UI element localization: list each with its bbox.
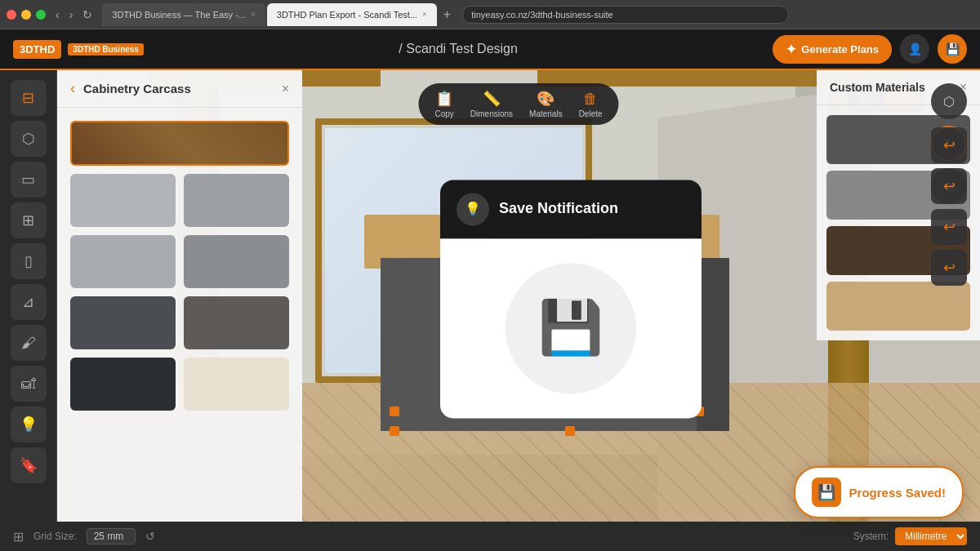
sidebar-icon-window[interactable]: ⊞ bbox=[11, 202, 47, 238]
undo-btn-2[interactable]: ↩ bbox=[931, 168, 967, 204]
delete-label: Delete bbox=[579, 109, 603, 118]
sidebar-icon-paint[interactable]: 🖌 bbox=[11, 325, 47, 361]
url-text: tinyeasy.co.nz/3dthd-business-suite bbox=[471, 10, 612, 20]
sidebar-icon-layers[interactable]: ⊟ bbox=[11, 80, 47, 116]
swatch-gray1[interactable] bbox=[70, 174, 176, 227]
sidebar-icon-sofa[interactable]: 🛋 bbox=[11, 366, 47, 402]
new-tab-btn[interactable]: + bbox=[439, 7, 456, 22]
delete-icon: 🗑 bbox=[583, 91, 598, 108]
cm-swatch-tan[interactable] bbox=[826, 282, 970, 331]
save-notif-title: Save Notification bbox=[499, 200, 618, 217]
progress-saved-toast: 💾 Progress Saved! bbox=[794, 466, 964, 518]
header-right: ✦ Generate Plans 👤 💾 bbox=[773, 34, 967, 64]
toolbar-delete[interactable]: 🗑 Delete bbox=[579, 91, 603, 118]
grid-size-label: Grid Size: bbox=[33, 531, 77, 542]
swatch-gray2[interactable] bbox=[184, 174, 289, 227]
copy-label: Copy bbox=[434, 109, 453, 118]
bottom-bar: ⊞ Grid Size: ↺ System: Millimetre bbox=[0, 522, 980, 551]
business-badge: 3DTHD Business bbox=[68, 43, 144, 56]
back-btn[interactable]: ‹ bbox=[52, 7, 63, 23]
corner-marker-2 bbox=[565, 426, 575, 436]
toolbar-copy[interactable]: 📋 Copy bbox=[434, 90, 453, 118]
undo-controls: ↩ ↩ ↩ ↩ bbox=[931, 127, 967, 286]
tab-1-label: 3DTHD Business — The Easy -... bbox=[112, 10, 246, 20]
browser-chrome: ‹ › ↻ 3DTHD Business — The Easy -... × 3… bbox=[0, 0, 980, 29]
materials-icon: 🎨 bbox=[537, 90, 555, 108]
toolbar-materials[interactable]: 🎨 Materials bbox=[529, 90, 563, 118]
system-select[interactable]: Millimetre bbox=[895, 527, 967, 545]
swatch-black1[interactable] bbox=[70, 358, 176, 411]
tab-2-close[interactable]: × bbox=[422, 10, 427, 19]
toolbar-dimensions[interactable]: 📏 Dimensions bbox=[470, 90, 513, 118]
perspective-icon: ⬡ bbox=[943, 94, 955, 109]
corner-marker-1 bbox=[390, 407, 399, 416]
logo-area: 3DTHD 3DTHD Business bbox=[13, 40, 144, 59]
progress-saved-text: Progress Saved! bbox=[849, 486, 946, 500]
save-notification: 💡 Save Notification 💾 bbox=[440, 180, 702, 418]
window-controls bbox=[7, 10, 46, 20]
dimensions-label: Dimensions bbox=[470, 109, 513, 118]
swatch-dark1[interactable] bbox=[70, 296, 176, 349]
save-notification-header: 💡 Save Notification bbox=[440, 180, 702, 238]
grid-size-input[interactable] bbox=[87, 528, 136, 544]
sidebar-icon-light[interactable]: 💡 bbox=[11, 407, 47, 442]
sidebar-icon-door[interactable]: ▭ bbox=[11, 162, 47, 198]
tab-1[interactable]: 3DTHD Business — The Easy -... × bbox=[102, 3, 265, 26]
tab-bar: 3DTHD Business — The Easy -... × 3DTHD P… bbox=[102, 3, 456, 26]
swatch-wood[interactable] bbox=[70, 121, 289, 166]
logo-3dthd: 3DTHD bbox=[13, 40, 61, 59]
swatch-gray3[interactable] bbox=[70, 235, 176, 288]
save-circle: 💾 bbox=[506, 263, 636, 393]
app-header: 3DTHD 3DTHD Business / Scandi Test Desig… bbox=[0, 29, 980, 70]
tab-1-close[interactable]: × bbox=[251, 10, 256, 19]
sidebar-icon-wall[interactable]: ▯ bbox=[11, 243, 47, 279]
island-body-side bbox=[697, 258, 729, 431]
swatch-dark2[interactable] bbox=[184, 296, 289, 349]
maximize-window-btn[interactable] bbox=[36, 10, 46, 20]
viewport-toolbar: 📋 Copy 📏 Dimensions 🎨 Materials 🗑 Delete bbox=[418, 83, 618, 125]
viewport: 📋 Copy 📏 Dimensions 🎨 Materials 🗑 Delete… bbox=[57, 70, 980, 551]
settings-icon-btn[interactable]: 💾 bbox=[938, 34, 967, 64]
star-icon: ✦ bbox=[786, 42, 796, 57]
grid-reset-btn[interactable]: ↺ bbox=[145, 530, 155, 543]
tab-2-label: 3DTHD Plan Export - Scandi Test... bbox=[277, 10, 417, 20]
save-disk-icon: 💾 bbox=[538, 297, 604, 358]
progress-save-icon: 💾 bbox=[812, 478, 841, 507]
sidebar-icon-bookmark[interactable]: 🔖 bbox=[11, 447, 47, 483]
corner-marker-4 bbox=[390, 426, 399, 436]
view-perspective-btn[interactable]: ⬡ bbox=[931, 83, 967, 119]
design-title: / Scandi Test Design bbox=[157, 42, 760, 56]
undo-btn-1[interactable]: ↩ bbox=[931, 127, 967, 163]
dimensions-icon: 📏 bbox=[483, 90, 501, 108]
browser-nav: ‹ › ↻ bbox=[52, 7, 96, 23]
forward-btn[interactable]: › bbox=[66, 7, 77, 23]
cabinetry-panel: ‹ Cabinetry Carcass × bbox=[57, 70, 302, 551]
save-notif-bulb-icon: 💡 bbox=[457, 193, 489, 225]
close-window-btn[interactable] bbox=[7, 10, 16, 20]
swatch-gray4[interactable] bbox=[184, 235, 289, 288]
reload-btn[interactable]: ↻ bbox=[79, 7, 96, 23]
main-area: ⊟ ⬡ ▭ ⊞ ▯ ⊿ 🖌 🛋 💡 🔖 bbox=[0, 70, 980, 551]
address-bar[interactable]: tinyeasy.co.nz/3dthd-business-suite bbox=[462, 6, 789, 24]
save-notification-body: 💾 bbox=[440, 238, 702, 418]
tab-2[interactable]: 3DTHD Plan Export - Scandi Test... × bbox=[267, 3, 437, 26]
panel-back-btn[interactable]: ‹ bbox=[70, 80, 75, 97]
undo-btn-4[interactable]: ↩ bbox=[931, 250, 967, 286]
left-sidebar: ⊟ ⬡ ▭ ⊞ ▯ ⊿ 🖌 🛋 💡 🔖 bbox=[0, 70, 57, 551]
generate-plans-btn[interactable]: ✦ Generate Plans bbox=[773, 35, 892, 64]
system-label: System: bbox=[853, 531, 889, 542]
copy-icon: 📋 bbox=[435, 90, 453, 108]
materials-label: Materials bbox=[529, 109, 563, 118]
bottom-right: System: Millimetre bbox=[853, 527, 967, 545]
generate-btn-label: Generate Plans bbox=[801, 43, 879, 56]
user-icon-btn[interactable]: 👤 bbox=[900, 34, 929, 64]
panel-title: Cabinetry Carcass bbox=[83, 82, 274, 96]
swatch-cream[interactable] bbox=[184, 358, 289, 411]
panel-close-btn[interactable]: × bbox=[282, 82, 289, 96]
sidebar-icon-stairs[interactable]: ⊿ bbox=[11, 284, 47, 320]
minimize-window-btn[interactable] bbox=[21, 10, 31, 20]
sidebar-icon-cube[interactable]: ⬡ bbox=[11, 121, 47, 157]
undo-btn-3[interactable]: ↩ bbox=[931, 209, 967, 245]
panel-header: ‹ Cabinetry Carcass × bbox=[57, 70, 302, 108]
material-swatches bbox=[57, 108, 302, 424]
